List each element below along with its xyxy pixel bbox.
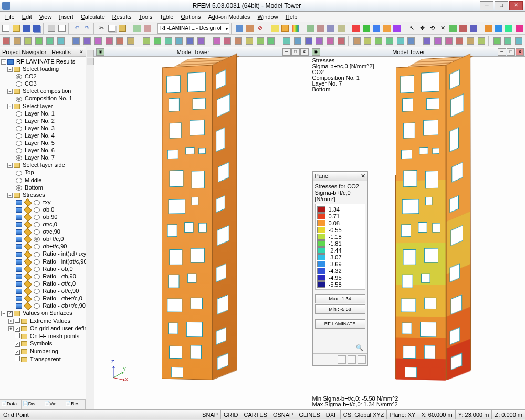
menu-window[interactable]: Window: [255, 13, 281, 21]
tb-m2[interactable]: ✥: [417, 23, 427, 34]
tb2-27[interactable]: [314, 36, 324, 46]
view-right-min[interactable]: ─: [498, 48, 506, 56]
tb-n2[interactable]: [494, 23, 503, 34]
tb2-14[interactable]: [163, 36, 174, 46]
tree-check[interactable]: + Extreme Values: [1, 317, 85, 324]
tree-check[interactable]: Symbols: [1, 340, 85, 348]
tb-cut[interactable]: ✂: [97, 23, 107, 34]
tb2-20[interactable]: [233, 36, 244, 46]
minimize-button[interactable]: ─: [480, 1, 494, 10]
menu-edit[interactable]: Edit: [19, 13, 35, 21]
tree-item[interactable]: σt/c,0: [1, 220, 85, 228]
st-2[interactable]: [87, 58, 94, 65]
tree-item[interactable]: σb+t/c,90: [1, 243, 85, 250]
view-left-min[interactable]: ─: [282, 48, 291, 56]
view-left-max[interactable]: □: [291, 48, 300, 56]
nav-tab-3[interactable]: 📄Res...: [64, 400, 86, 410]
tree-item[interactable]: Layer No. 7: [1, 154, 85, 161]
tree-item[interactable]: CO3: [1, 80, 85, 87]
tb2-34[interactable]: [395, 36, 406, 46]
menu-results[interactable]: Results: [109, 13, 135, 21]
tb-zoom3[interactable]: [291, 23, 301, 34]
tb2-29[interactable]: [336, 36, 346, 46]
tree-item[interactable]: Layer No. 6: [1, 146, 85, 154]
tb-redo[interactable]: ↷: [82, 23, 92, 34]
tb-l3[interactable]: [382, 23, 392, 34]
tb-k3[interactable]: [326, 23, 336, 34]
tree-item[interactable]: CO2: [1, 72, 85, 80]
tb2-1[interactable]: [12, 36, 23, 46]
tree-item[interactable]: Ratio - int(σt/c,90+τR): [1, 258, 85, 265]
tb2-31[interactable]: [363, 36, 373, 46]
menu-calculate[interactable]: Calculate: [78, 13, 108, 21]
tb-preview[interactable]: [57, 23, 67, 34]
tb2-35[interactable]: [406, 36, 417, 46]
tb2-0[interactable]: [1, 36, 12, 46]
tree-item[interactable]: Layer No. 3: [1, 124, 85, 132]
st-1[interactable]: [87, 50, 94, 57]
navigator-tree[interactable]: − RF-LAMINATE Results− Select loading CO…: [0, 57, 86, 399]
tb-m7[interactable]: [469, 23, 479, 34]
view-right-max[interactable]: □: [507, 48, 515, 56]
tb2-10[interactable]: [115, 36, 125, 46]
tb-m4[interactable]: ✕: [438, 23, 448, 34]
view-right-canvas[interactable]: StressesSigma-b+t/c,0 [N/mm^2]CO2Composi…: [310, 57, 526, 410]
tb-n3[interactable]: [504, 23, 514, 34]
tb2-33[interactable]: [384, 36, 395, 46]
tb-l2[interactable]: [372, 23, 382, 34]
menu-table[interactable]: Table: [156, 13, 176, 21]
tree-item[interactable]: Middle: [1, 176, 85, 184]
panel-foot-3[interactable]: [358, 355, 366, 364]
tb2-12[interactable]: [141, 36, 152, 46]
panel-foot-2[interactable]: [348, 355, 356, 364]
tb-l1[interactable]: [361, 23, 371, 34]
tb2-41[interactable]: [476, 36, 487, 46]
tb2-6[interactable]: [71, 36, 82, 46]
tb2-15[interactable]: [174, 36, 184, 46]
tb2-18[interactable]: [212, 36, 222, 46]
tree-item[interactable]: τxy: [1, 198, 85, 206]
status-OSNAP[interactable]: OSNAP: [270, 410, 296, 419]
tb2-44[interactable]: [513, 36, 524, 46]
tb-k2[interactable]: [316, 23, 326, 34]
tb-print[interactable]: [47, 23, 57, 34]
tb2-40[interactable]: [465, 36, 476, 46]
tb-m6[interactable]: [458, 23, 468, 34]
menu-file[interactable]: File: [2, 13, 18, 21]
tb-saveall[interactable]: [32, 23, 42, 34]
tb2-36[interactable]: [422, 36, 432, 46]
tb2-7[interactable]: [82, 36, 92, 46]
tb-open[interactable]: [12, 23, 22, 34]
menu-addon[interactable]: Add-on Modules: [205, 13, 253, 21]
status-GRID[interactable]: GRID: [220, 410, 241, 419]
tb-i2[interactable]: [143, 23, 153, 34]
status-GLINES[interactable]: GLINES: [296, 410, 322, 419]
tree-item[interactable]: Ratio - σb,90: [1, 272, 85, 280]
tree-item[interactable]: Ratio - σb+t/c,0: [1, 295, 85, 302]
tb2-11[interactable]: [125, 36, 136, 46]
tb-k1[interactable]: [306, 23, 316, 34]
tree-item[interactable]: σb,0: [1, 206, 85, 213]
tree-item[interactable]: σb,90: [1, 213, 85, 220]
menu-options[interactable]: Options: [177, 13, 204, 21]
tb-i1[interactable]: [132, 23, 142, 34]
tb2-17[interactable]: [196, 36, 206, 46]
nav-tab-1[interactable]: 📄Dis...: [22, 400, 43, 410]
menu-help[interactable]: Help: [282, 13, 301, 21]
tb2-38[interactable]: [444, 36, 454, 46]
menu-tools[interactable]: Tools: [135, 13, 155, 21]
tree-item[interactable]: Layer No. 1: [1, 110, 85, 117]
tb-k4[interactable]: [336, 23, 346, 34]
view-right-icon[interactable]: ◉: [312, 48, 320, 56]
tb2-16[interactable]: [185, 36, 195, 46]
tb2-13[interactable]: [152, 36, 163, 46]
nav-tab-0[interactable]: 📄Data: [0, 400, 22, 410]
tb-j2[interactable]: [245, 23, 255, 34]
menu-insert[interactable]: Insert: [56, 13, 77, 21]
panel-zoom-icon[interactable]: 🔍: [354, 343, 365, 352]
tb2-39[interactable]: [455, 36, 465, 46]
tree-item[interactable]: Layer No. 2: [1, 117, 85, 124]
tb-copy[interactable]: [107, 23, 117, 34]
maximize-button[interactable]: □: [495, 1, 508, 10]
tree-check[interactable]: On FE mesh points: [1, 332, 85, 340]
